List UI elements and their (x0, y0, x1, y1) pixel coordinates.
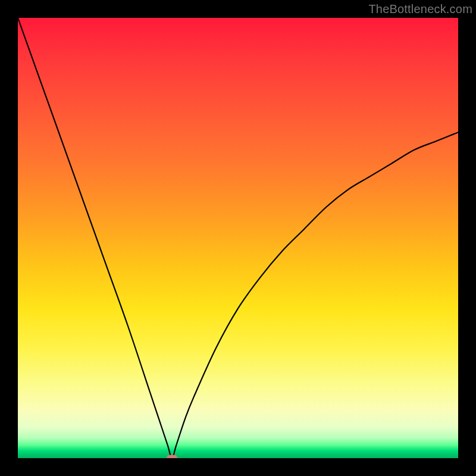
curve-svg (18, 18, 458, 458)
optimal-marker (167, 455, 177, 459)
plot-area (18, 18, 458, 458)
chart-frame: TheBottleneck.com (0, 0, 476, 476)
bottleneck-curve (18, 18, 458, 458)
watermark-text: TheBottleneck.com (368, 2, 472, 16)
